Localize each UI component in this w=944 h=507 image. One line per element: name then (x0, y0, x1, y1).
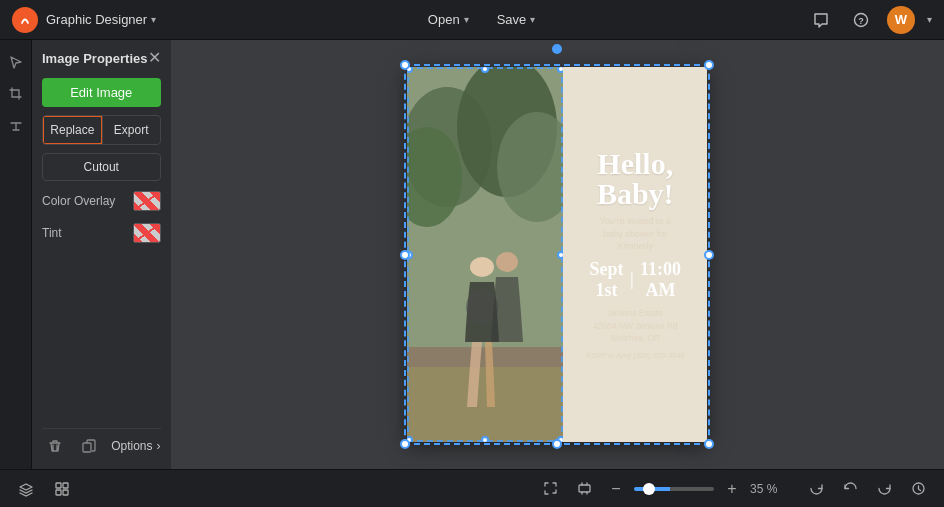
svg-point-11 (470, 257, 494, 277)
props-header: Image Properties ✕ (42, 50, 161, 66)
main-area: Image Properties ✕ Edit Image Replace Ex… (0, 40, 944, 469)
svg-rect-9 (407, 347, 563, 367)
edit-image-button[interactable]: Edit Image (42, 78, 161, 107)
bottom-right-icons (802, 475, 932, 503)
bottombar: − + 35 % (0, 469, 944, 507)
layers-button[interactable] (12, 475, 40, 503)
svg-rect-3 (83, 443, 91, 452)
image-properties-panel: Image Properties ✕ Edit Image Replace Ex… (32, 40, 171, 469)
card-address: Jenkins Estate42004 NW Jenkins RdWelches… (593, 307, 678, 345)
card-date-time: Sept1st | 11:00AM (571, 259, 699, 301)
color-overlay-label: Color Overlay (42, 194, 115, 208)
zoom-percent: 35 % (750, 482, 782, 496)
toolbar-text-icon[interactable] (2, 112, 30, 140)
props-title: Image Properties (42, 51, 148, 66)
export-button[interactable]: Export (103, 116, 160, 144)
toolbar-select-icon[interactable] (2, 48, 30, 76)
toolbar-crop-icon[interactable] (2, 80, 30, 108)
svg-point-13 (496, 252, 518, 272)
svg-rect-14 (56, 483, 61, 488)
card-hello-text: Hello, Baby! (597, 149, 674, 209)
card-time: 11:00AM (640, 259, 681, 301)
cutout-button[interactable]: Cutout (42, 153, 161, 181)
topbar-right: ? W ▾ (807, 6, 932, 34)
color-overlay-swatch[interactable] (133, 191, 161, 211)
props-close-button[interactable]: ✕ (148, 50, 161, 66)
user-avatar[interactable]: W (887, 6, 915, 34)
svg-rect-18 (579, 485, 590, 492)
save-button[interactable]: Save ▾ (487, 8, 546, 31)
svg-rect-15 (63, 483, 68, 488)
design-card[interactable]: Hello, Baby! You're invited to ababy sho… (407, 67, 707, 442)
zoom-controls: − + 35 % (536, 475, 782, 503)
app-name-label: Graphic Designer (46, 12, 147, 27)
tint-row: Tint (42, 221, 161, 245)
card-pipe: | (629, 269, 634, 290)
options-button[interactable]: Options › (111, 439, 160, 453)
card-photo-inner (407, 67, 563, 442)
photo-svg (407, 67, 563, 442)
color-overlay-row: Color Overlay (42, 189, 161, 213)
history-button[interactable] (904, 475, 932, 503)
zoom-out-button[interactable]: − (604, 477, 628, 501)
left-toolbar (0, 40, 32, 469)
tint-label: Tint (42, 226, 62, 240)
chat-button[interactable] (807, 6, 835, 34)
zoom-in-button[interactable]: + (720, 477, 744, 501)
card-rsvp: RSVP to Amy (320) 329-3948 (586, 351, 685, 360)
fit-button[interactable] (570, 475, 598, 503)
redo-button[interactable] (870, 475, 898, 503)
svg-rect-17 (63, 490, 68, 495)
canvas-area[interactable]: Hello, Baby! You're invited to ababy sho… (171, 40, 945, 469)
app-logo[interactable] (12, 7, 38, 33)
card-photo[interactable] (407, 67, 563, 442)
fullscreen-button[interactable] (536, 475, 564, 503)
user-menu-arrow[interactable]: ▾ (927, 14, 932, 25)
svg-rect-16 (56, 490, 61, 495)
props-bottom: Options › (42, 428, 161, 459)
handle-top-center[interactable] (552, 44, 562, 54)
topbar-center: Open ▾ Save ▾ (156, 8, 807, 31)
svg-text:?: ? (858, 16, 864, 26)
left-side: Image Properties ✕ Edit Image Replace Ex… (0, 40, 171, 469)
tint-swatch-x (134, 224, 160, 242)
swatch-x (134, 192, 160, 210)
card-invited-text: You're invited to ababy shower forKimber… (600, 215, 671, 253)
card-text-area: Hello, Baby! You're invited to ababy sho… (563, 67, 707, 442)
tint-swatch[interactable] (133, 223, 161, 243)
svg-rect-10 (407, 367, 563, 442)
grid-button[interactable] (48, 475, 76, 503)
replace-export-row: Replace Export (42, 115, 161, 145)
undo-button[interactable] (836, 475, 864, 503)
zoom-slider[interactable] (634, 487, 714, 491)
delete-icon[interactable] (42, 433, 68, 459)
card-date: Sept1st (589, 259, 623, 301)
duplicate-icon[interactable] (76, 433, 102, 459)
app-name-button[interactable]: Graphic Designer ▾ (46, 12, 156, 27)
help-button[interactable]: ? (847, 6, 875, 34)
refresh-button[interactable] (802, 475, 830, 503)
replace-button[interactable]: Replace (42, 115, 103, 145)
topbar: Graphic Designer ▾ Open ▾ Save ▾ ? W ▾ (0, 0, 944, 40)
open-button[interactable]: Open ▾ (418, 8, 479, 31)
